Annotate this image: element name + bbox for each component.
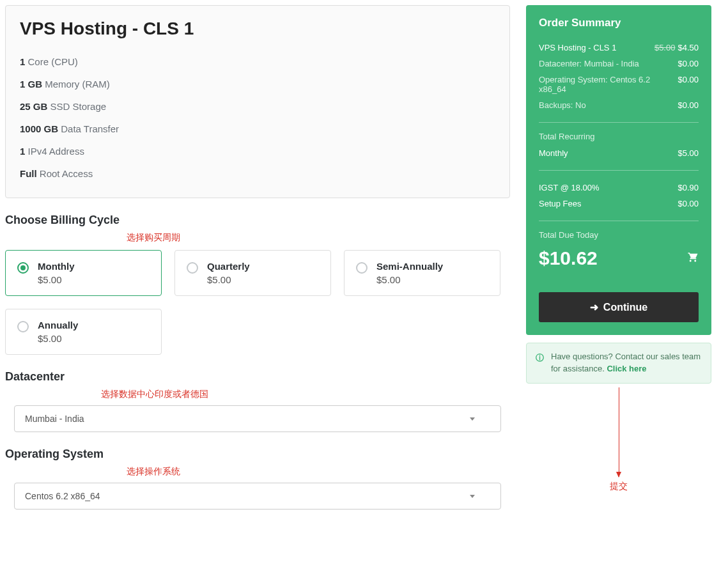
spec-bold: 1 GB [20,79,42,90]
spec-bold: 1000 GB [20,123,58,134]
summary-label: Setup Fees [539,199,671,208]
summary-price: $5.00$4.50 [654,43,699,52]
datacenter-value: Mumbai - India [25,414,84,424]
summary-row: IGST @ 18.00% $0.90 [539,180,699,196]
billing-option-semiannually[interactable]: Semi-Annually $5.00 [344,250,500,296]
product-panel: VPS Hosting - CLS 1 1 Core (CPU) 1 GB Me… [5,5,510,198]
datacenter-select[interactable]: Mumbai - India [14,405,501,432]
spec-item: 1 Core (CPU) [20,51,495,73]
radio-icon [356,262,368,274]
continue-label: Continue [603,302,647,313]
billing-annotation: 选择购买周期 [127,232,510,244]
summary-label: VPS Hosting - CLS 1 [539,43,648,52]
spec-item: 25 GB SSD Storage [20,95,495,118]
cycle-price: $5.00 [376,274,443,285]
billing-option-quarterly[interactable]: Quarterly $5.00 [174,250,331,296]
radio-icon [17,321,29,332]
cart-icon [687,251,699,265]
spec-text: IPv4 Address [25,146,84,157]
os-annotation: 选择操作系统 [127,466,510,478]
summary-price: $5.00 [678,148,699,158]
billing-options: Monthly $5.00 Quarterly $5.00 Semi-Annua… [5,250,510,355]
recurring-label: Total Recurring [539,132,699,141]
spec-item: 1 IPv4 Address [20,140,495,162]
product-title: VPS Hosting - CLS 1 [20,19,495,39]
summary-row: Setup Fees $0.00 [539,196,699,212]
cycle-price: $5.00 [207,274,250,285]
submit-annotation: 提交 [526,481,711,492]
summary-label: Datacenter: Mumbai - India [539,59,671,68]
cycle-label: Monthly [38,261,75,272]
summary-row: VPS Hosting - CLS 1 $5.00$4.50 [539,40,699,56]
summary-title: Order Summary [539,17,699,29]
summary-row: Operating System: Centos 6.2 x86_64 $0.0… [539,72,699,97]
summary-price: $0.00 [678,59,699,68]
radio-icon [17,262,29,274]
summary-price: $0.00 [678,75,699,94]
summary-label: IGST @ 18.00% [539,183,671,192]
summary-price: $0.90 [678,183,699,192]
spec-bold: 25 GB [20,101,47,112]
spec-item: Full Root Access [20,162,495,185]
spec-item: 1000 GB Data Transfer [20,118,495,140]
arrow-right-icon: ➜ [590,301,598,313]
strike-price: $5.00 [654,43,676,52]
os-heading: Operating System [5,448,510,461]
summary-price: $0.00 [678,199,699,208]
datacenter-heading: Datacenter [5,370,510,384]
cycle-price: $5.00 [38,333,78,344]
datacenter-annotation: 选择数据中心印度或者德国 [101,389,510,400]
cycle-label: Semi-Annually [376,261,443,272]
help-link[interactable]: Click here [607,364,646,373]
annotation-arrow [619,387,619,477]
spec-text: Core (CPU) [25,56,78,67]
spec-text: SSD Storage [47,101,106,112]
billing-option-annually[interactable]: Annually $5.00 [5,309,162,355]
summary-row: Datacenter: Mumbai - India $0.00 [539,56,699,72]
cycle-label: Quarterly [207,261,250,272]
os-select[interactable]: Centos 6.2 x86_64 [14,483,501,510]
billing-option-monthly[interactable]: Monthly $5.00 [5,250,162,296]
billing-heading: Choose Billing Cycle [5,214,510,227]
spec-bold: Full [20,168,37,179]
due-label: Total Due Today [539,230,699,240]
summary-label: Backups: No [539,100,671,110]
cycle-label: Annually [38,320,78,331]
summary-price: $0.00 [678,100,699,110]
continue-button[interactable]: ➜ Continue [539,292,699,322]
cycle-price: $5.00 [38,274,75,285]
info-icon: ⓘ [536,352,544,364]
summary-row: Backups: No $0.00 [539,97,699,113]
caret-down-icon [470,417,475,421]
os-value: Centos 6.2 x86_64 [25,491,100,501]
caret-down-icon [470,495,475,498]
order-summary-card: Order Summary VPS Hosting - CLS 1 $5.00$… [526,5,711,335]
spec-text: Data Transfer [58,123,119,134]
summary-label: Operating System: Centos 6.2 x86_64 [539,75,671,94]
spec-text: Memory (RAM) [42,79,110,90]
radio-icon [187,262,198,274]
summary-row: Monthly $5.00 [539,145,699,161]
total-due-amount: $10.62 [539,247,598,269]
spec-text: Root Access [37,168,93,179]
help-box: ⓘ Have questions? Contact our sales team… [526,343,711,384]
spec-list: 1 Core (CPU) 1 GB Memory (RAM) 25 GB SSD… [20,51,495,185]
summary-label: Monthly [539,148,671,158]
spec-item: 1 GB Memory (RAM) [20,73,495,95]
